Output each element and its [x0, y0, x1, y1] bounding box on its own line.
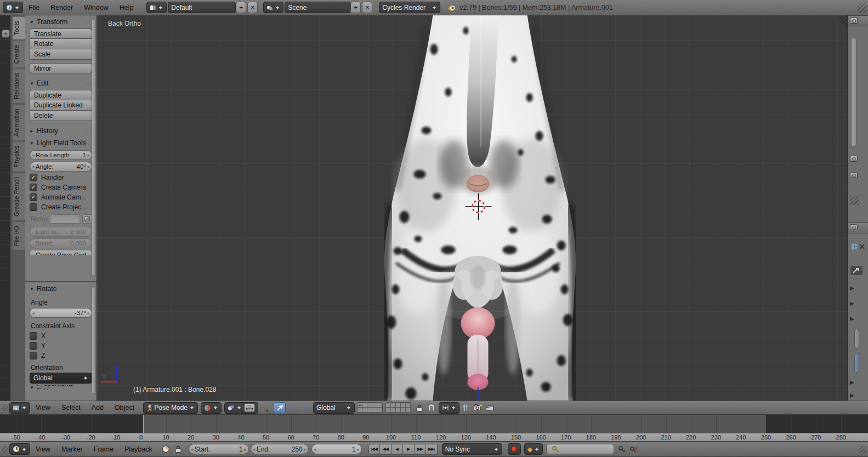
- checkbox[interactable]: ✓: [30, 174, 37, 181]
- layer-cell[interactable]: [358, 403, 362, 408]
- value-pill-blue[interactable]: [854, 353, 859, 373]
- topbar-menu-item[interactable]: Window: [78, 1, 114, 15]
- current-frame-playhead[interactable]: [143, 415, 144, 433]
- view3d-menu-item[interactable]: View: [30, 401, 56, 415]
- checkbox[interactable]: ✓: [30, 332, 37, 340]
- topbar-menu-item[interactable]: Help: [114, 1, 139, 15]
- view3d-menu-item[interactable]: Object: [109, 401, 140, 415]
- layer-cell[interactable]: [401, 403, 406, 408]
- layer-cell[interactable]: [391, 408, 396, 413]
- blend-slider[interactable]: Blend:0.000: [30, 238, 92, 248]
- shelf-button[interactable]: Scale: [30, 49, 92, 60]
- panel-header-proportional[interactable]: ▼Proportional Editing: [25, 385, 97, 390]
- layer-cell[interactable]: [372, 403, 377, 408]
- add-scene-button[interactable]: +: [350, 2, 361, 13]
- slider-right-arrow-icon[interactable]: ▸: [87, 162, 90, 171]
- layer-cell[interactable]: [391, 403, 396, 408]
- toolshelf-tab[interactable]: File I/O: [13, 222, 25, 250]
- auto-keyframe-button[interactable]: [508, 443, 521, 455]
- modifier-wrench-icon[interactable]: [850, 265, 864, 276]
- shelf-button[interactable]: Rotate: [30, 39, 92, 49]
- panel-collapsed-arrow[interactable]: ▶: [850, 300, 854, 306]
- panel-header-light-field-tools[interactable]: ▼Light Field Tools: [25, 136, 97, 148]
- image-browse-icon[interactable]: [82, 214, 92, 224]
- transform-orientation-dropdown[interactable]: Global: [313, 402, 355, 414]
- panel-collapsed-arrow[interactable]: ▶: [850, 316, 854, 322]
- slider-left-arrow-icon[interactable]: ◂: [32, 162, 35, 171]
- corner-resize-grip[interactable]: [857, 3, 867, 13]
- field-left-arrow-icon[interactable]: ◂: [314, 444, 316, 454]
- expand-region-button[interactable]: +: [2, 30, 10, 38]
- shelf-button[interactable]: Delete: [30, 111, 92, 121]
- playback-button[interactable]: |◀◀: [368, 444, 380, 455]
- corner-resize-grip[interactable]: [859, 445, 866, 453]
- camera-icon[interactable]: [850, 156, 858, 162]
- slider-right-arrow-icon[interactable]: ▸: [87, 309, 90, 317]
- layer-cell[interactable]: [406, 408, 411, 413]
- end-frame-field[interactable]: ◂ End:250 ▸: [251, 444, 309, 454]
- layer-cell[interactable]: [367, 403, 372, 408]
- editor-type-selector[interactable]: i: [3, 2, 23, 13]
- rotate-manipulator-button[interactable]: [286, 402, 298, 413]
- properties-tab-icons[interactable]: [850, 242, 865, 251]
- angle-slider[interactable]: ◂ Angle:40° ▸: [30, 162, 92, 172]
- layer-cell[interactable]: [396, 403, 401, 408]
- layer-cell[interactable]: [367, 408, 372, 413]
- sliver-scrollbar[interactable]: [851, 37, 856, 147]
- manipulator-axes-button[interactable]: [262, 402, 274, 413]
- panel-header-transform[interactable]: ▼Transform::::: [25, 15, 97, 27]
- 3d-viewport[interactable]: Back Ortho x (1) Armature.001 : Bone.028: [97, 15, 847, 401]
- keying-set-dropdown[interactable]: ◆: [524, 443, 543, 455]
- field-right-arrow-icon[interactable]: ▸: [244, 444, 247, 454]
- panel-header-rotate[interactable]: ▼Rotate::::: [25, 282, 97, 294]
- playback-realtime-button[interactable]: [160, 444, 172, 455]
- scale-manipulator-button[interactable]: [298, 402, 310, 413]
- close-layout-button[interactable]: ✕: [247, 2, 258, 13]
- checkbox[interactable]: ✓: [30, 352, 37, 359]
- snap-element-dropdown[interactable]: [439, 402, 459, 414]
- layer-grid-2[interactable]: [385, 402, 411, 413]
- editor-type-selector[interactable]: [9, 402, 30, 414]
- layer-cell[interactable]: [406, 403, 411, 408]
- panel-collapsed-arrow[interactable]: ▶: [850, 285, 854, 291]
- slider-left-arrow-icon[interactable]: ◂: [32, 151, 35, 159]
- toolshelf-tab[interactable]: Animation: [13, 105, 25, 140]
- manipulator-toggle[interactable]: [244, 403, 255, 412]
- camera-icon[interactable]: [850, 172, 858, 178]
- layer-cell[interactable]: [377, 403, 382, 408]
- shelf-button[interactable]: Duplicate: [30, 90, 92, 100]
- translate-manipulator-button[interactable]: [274, 402, 286, 413]
- slider-left-arrow-icon[interactable]: ◂: [32, 309, 35, 317]
- topbar-menu-item[interactable]: File: [23, 1, 45, 15]
- mirror-button[interactable]: Mirror: [30, 63, 92, 73]
- delete-keyframe-button[interactable]: [628, 444, 640, 455]
- playback-button[interactable]: ◀◀: [380, 444, 392, 455]
- redo-panel-scrollbar[interactable]: [92, 287, 95, 394]
- header-icon[interactable]: [850, 18, 858, 24]
- layer-cell[interactable]: [372, 408, 377, 413]
- checkbox[interactable]: ✓: [30, 184, 37, 191]
- axis-checkbox-row[interactable]: ✓ X: [30, 332, 92, 340]
- checkbox[interactable]: ✓: [30, 193, 37, 201]
- playback-button[interactable]: ▶▶|: [426, 444, 438, 455]
- toolshelf-tab[interactable]: Create: [13, 41, 25, 68]
- timeline-menu-item[interactable]: View: [30, 442, 56, 456]
- timeline-menu-item[interactable]: Marker: [56, 442, 88, 456]
- checkbox[interactable]: ✓: [30, 342, 37, 350]
- lock-to-scene-button[interactable]: [413, 402, 426, 413]
- topbar-menu-item[interactable]: Render: [45, 1, 78, 15]
- playback-button[interactable]: ◀: [392, 444, 403, 455]
- layer-cell[interactable]: [362, 408, 367, 413]
- checkbox-row[interactable]: ✓ Create Camera: [30, 184, 92, 191]
- add-layout-button[interactable]: +: [236, 2, 246, 13]
- scene-icon-button[interactable]: [263, 2, 283, 13]
- panel-collapsed-arrow[interactable]: ▶: [850, 379, 854, 385]
- active-keying-set-field[interactable]: [546, 444, 614, 454]
- layer-cell[interactable]: [362, 403, 367, 408]
- field-right-arrow-icon[interactable]: ▸: [357, 444, 360, 454]
- layer-cell[interactable]: [386, 403, 391, 408]
- current-frame-field[interactable]: ◂ 1 ▸: [311, 444, 362, 454]
- opengl-render-button[interactable]: [472, 402, 484, 413]
- row-length-slider[interactable]: ◂ Row Length:1 ▸: [30, 150, 92, 160]
- value-pill[interactable]: [854, 329, 859, 349]
